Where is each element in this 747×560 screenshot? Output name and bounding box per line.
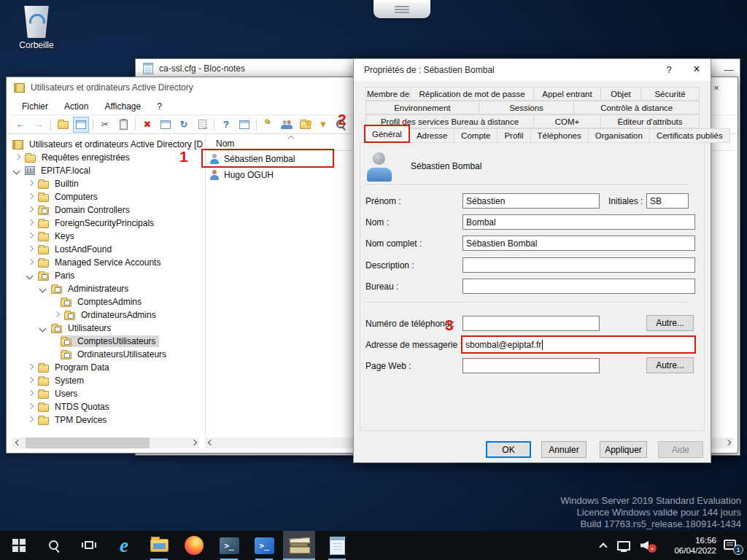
chevron-right-icon[interactable] [26,179,34,188]
tab-appel-entrant[interactable]: Appel entrant [533,87,601,101]
tab-adresse[interactable]: Adresse [409,128,454,143]
chevron-right-icon[interactable] [52,311,61,319]
dialog-close-button[interactable]: × [686,59,708,79]
chevron-right-icon[interactable] [26,363,34,372]
paste-icon[interactable] [115,117,131,133]
tree-item-keys[interactable]: Keys [11,230,204,243]
chevron-down-icon[interactable] [12,166,21,175]
tree-item-domain-controllers[interactable]: Domain Controllers [11,203,204,217]
tab-controle-a-distance[interactable]: Contrôle à distance [573,101,700,114]
tab-certificats-publies[interactable]: Certificats publiés [649,128,730,143]
bureau-field[interactable] [462,279,695,294]
tab-securite[interactable]: Sécurité [640,87,700,101]
task-view-button[interactable] [73,531,105,560]
tree-item-computers[interactable]: Computers [11,190,204,203]
new-group-icon[interactable] [279,117,295,133]
tab-organisation[interactable]: Organisation [588,128,650,143]
tree-item-administrateurs[interactable]: Administrateurs [11,282,204,295]
appliquer-button[interactable]: Appliquer [600,441,647,458]
chevron-right-icon[interactable] [26,258,34,267]
export-list-icon[interactable] [194,117,210,133]
tree-item-system[interactable]: System [11,374,204,387]
aide-button[interactable]: Aide [658,441,703,458]
new-user-icon[interactable] [260,117,276,133]
messagerie-field[interactable]: sbombal@epiptaf.fr [461,335,696,354]
forward-icon[interactable]: → [31,117,47,133]
show-console-tree-icon[interactable] [73,117,89,133]
tree-item-ntds-quotas[interactable]: NTDS Quotas [11,400,204,413]
scroll-left-arrow[interactable] [12,438,23,448]
chevron-right-icon[interactable] [26,416,34,424]
tab-sessions[interactable]: Sessions [479,101,575,114]
delete-icon[interactable]: ✖ [139,117,155,133]
volume-muted-icon[interactable]: × [640,540,657,551]
internet-explorer-button[interactable]: e [108,531,140,560]
tree-item-saved-queries[interactable]: Requêtes enregistrées [11,151,204,164]
tree-item-program-data[interactable]: Program Data [11,361,204,374]
ok-button[interactable]: OK [486,441,531,458]
tab-compte[interactable]: Compte [454,128,498,143]
tree-item-tpm-devices[interactable]: TPM Devices [11,413,204,427]
chevron-right-icon[interactable] [26,402,34,411]
page-web-field[interactable] [462,358,600,373]
chevron-right-icon[interactable] [26,219,34,228]
recycle-bin[interactable]: Corbeille [10,6,63,50]
tree-item-users[interactable]: Users [11,387,204,400]
refresh-icon[interactable]: ↻ [176,117,192,133]
chevron-right-icon[interactable] [26,245,34,254]
description-field[interactable] [462,257,695,273]
menu-affichage[interactable]: Affichage [96,99,149,114]
initiales-field[interactable]: SB [646,193,689,209]
scroll-right-arrow[interactable] [722,438,733,448]
scroll-right-arrow[interactable] [188,438,199,448]
nom-field[interactable]: Bombal [462,214,695,230]
menu-action[interactable]: Action [56,99,96,114]
nom-complet-field[interactable]: Sébastien Bombal [462,236,695,251]
tree-item-ordinateursadmins[interactable]: OrdinateursAdmins [11,308,204,322]
aduc-taskbar-button[interactable] [283,531,315,560]
tree-item-comptesutilisateurs[interactable]: ComptesUtilisateurs [11,335,204,348]
start-button[interactable] [3,531,35,560]
tab-replication-mot-de-passe[interactable]: Réplication de mot de passe [410,87,534,101]
tree-item-builtin[interactable]: Builtin [11,177,204,190]
prenom-field[interactable]: Sébastien [462,193,600,209]
page-web-autre-button[interactable]: Autre... [646,357,694,373]
up-one-level-icon[interactable] [55,117,71,133]
network-icon[interactable] [617,541,630,551]
properties-icon[interactable] [158,117,174,133]
cut-icon[interactable]: ✂ [97,117,113,133]
tab-telephones[interactable]: Téléphones [530,128,589,143]
chevron-right-icon[interactable] [26,389,34,398]
tree-item-lostandfound[interactable]: LostAndFound [11,243,204,256]
new-ou-icon[interactable] [297,117,313,133]
chevron-down-icon[interactable] [39,324,47,332]
chevron-right-icon[interactable] [12,153,21,162]
tray-clock[interactable]: 16:56 06/04/2022 [664,535,716,556]
filter-icon[interactable]: ▼ [315,117,331,133]
tree-item-msa[interactable]: Managed Service Accounts [11,256,204,269]
tree-item-paris[interactable]: Paris [11,269,204,282]
firefox-button[interactable] [178,531,210,560]
chevron-right-icon[interactable] [26,232,34,241]
tree-horizontal-scrollbar[interactable] [12,438,199,448]
tree-item-comptesadmins[interactable]: ComptesAdmins [11,295,204,308]
tray-chevron-up-icon[interactable] [600,542,607,548]
tree-item-fsp[interactable]: ForeignSecurityPrincipals [11,217,204,230]
chevron-down-icon[interactable] [39,284,47,293]
chevron-right-icon[interactable] [26,376,34,385]
chevron-down-icon[interactable] [26,271,34,280]
vm-console-tab[interactable] [374,0,430,18]
telephone-autre-button[interactable]: Autre... [646,315,694,331]
chevron-right-icon[interactable] [26,206,34,214]
tab-general[interactable]: Général [364,125,410,143]
search-button[interactable] [38,531,70,560]
tree-item-domain[interactable]: EPITAF.local [11,164,204,177]
tab-profil[interactable]: Profil [497,128,530,143]
dialog-help-button[interactable]: ? [658,59,680,79]
dialog-titlebar[interactable]: Propriétés de : Sébastien Bombal ? × [354,59,711,81]
telephone-field[interactable] [462,316,600,331]
tree-item-root[interactable]: Utilisateurs et ordinateurs Active Direc… [11,138,204,151]
scroll-left-arrow[interactable] [205,438,216,448]
menu-aide[interactable]: ? [149,99,170,114]
scrollbar-thumb[interactable] [26,438,150,448]
